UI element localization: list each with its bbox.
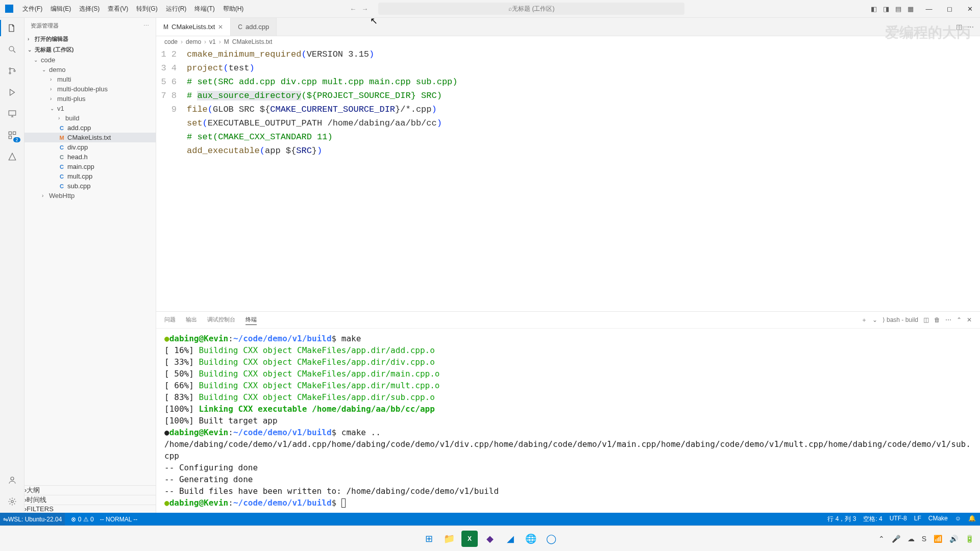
- tray-chevron-icon[interactable]: ⌃: [878, 535, 885, 543]
- nav-forward-icon[interactable]: →: [361, 5, 368, 13]
- activity-search-icon[interactable]: [6, 43, 18, 56]
- terminal-split-icon[interactable]: ◫: [923, 316, 929, 323]
- menu-view[interactable]: 查看(V): [104, 5, 132, 13]
- folder-multi-double-plus[interactable]: ›multi-double-plus: [24, 84, 156, 94]
- tray-mic-icon[interactable]: 🎤: [892, 535, 900, 543]
- window-minimize[interactable]: —: [919, 5, 939, 13]
- breadcrumb-item[interactable]: demo: [186, 38, 201, 45]
- activity-accounts-icon[interactable]: [6, 474, 18, 486]
- command-center[interactable]: ⌕ 无标题 (工作区): [378, 3, 684, 15]
- terminal-line: [ 66%]: [164, 381, 199, 390]
- activity-extensions-icon[interactable]: 2: [6, 129, 18, 141]
- folder-demo[interactable]: ⌄demo: [24, 65, 156, 74]
- window-close[interactable]: ✕: [960, 5, 980, 13]
- breadcrumb-item[interactable]: code: [164, 38, 178, 45]
- tray-volume-icon[interactable]: 🔊: [949, 535, 958, 543]
- status-remote[interactable]: ⇋ WSL: Ubuntu-22.04: [0, 513, 65, 525]
- folder-webhttp[interactable]: ›WebHttp: [24, 191, 156, 201]
- taskbar-explorer-icon[interactable]: 📁: [441, 531, 457, 547]
- file-main-cpp[interactable]: Cmain.cpp: [24, 162, 156, 171]
- editor-more-icon[interactable]: ⋯: [967, 23, 974, 31]
- status-language[interactable]: CMake: [928, 515, 948, 523]
- activity-remote-icon[interactable]: [6, 108, 18, 120]
- tray-app-icon[interactable]: S: [922, 535, 926, 543]
- layout-customize-icon[interactable]: ▦: [908, 5, 914, 13]
- taskbar-edge-icon[interactable]: ◯: [543, 531, 559, 547]
- layout-sidebar-left-icon[interactable]: ◧: [871, 5, 877, 13]
- file-head-h[interactable]: Chead.h: [24, 152, 156, 162]
- activity-source-control-icon[interactable]: [6, 65, 18, 77]
- terminal-more-icon[interactable]: ⋯: [945, 316, 951, 323]
- tab-cmakelists[interactable]: M CMakeLists.txt ✕: [156, 18, 231, 36]
- folder-code[interactable]: ⌄code: [24, 55, 156, 65]
- activity-settings-icon[interactable]: [6, 495, 18, 508]
- layout-sidebar-right-icon[interactable]: ▤: [895, 5, 901, 13]
- tray-onedrive-icon[interactable]: ☁: [908, 535, 915, 543]
- activity-cmake-icon[interactable]: [6, 151, 18, 163]
- explorer-more-icon[interactable]: ⋯: [143, 22, 150, 29]
- file-cmakelists[interactable]: MCMakeLists.txt: [24, 133, 156, 142]
- folder-multi[interactable]: ›multi: [24, 74, 156, 84]
- panel-tab-terminal[interactable]: 终端: [246, 315, 257, 325]
- tray-network-icon[interactable]: 📶: [934, 535, 942, 543]
- tab-add-cpp[interactable]: C add.cpp: [231, 18, 277, 36]
- timeline-section[interactable]: ›时间线: [24, 495, 156, 505]
- layout-panel-icon[interactable]: ◨: [883, 5, 889, 13]
- code-editor[interactable]: 1 2 3 4 5 6 7 8 9 cmake_minimum_required…: [156, 47, 980, 311]
- tab-close-icon[interactable]: ✕: [218, 23, 223, 31]
- folder-build[interactable]: ›build: [24, 113, 156, 123]
- open-editors-section[interactable]: ›打开的编辑器: [24, 34, 156, 44]
- folder-v1[interactable]: ⌄v1: [24, 104, 156, 113]
- status-feedback-icon[interactable]: ☺: [955, 515, 961, 523]
- editor-split-icon[interactable]: ◫: [956, 23, 962, 31]
- outline-section[interactable]: ›大纲: [24, 485, 156, 495]
- terminal-dropdown-icon[interactable]: ⌄: [872, 316, 877, 323]
- folder-multi-plus[interactable]: ›multi-plus: [24, 94, 156, 104]
- status-errors[interactable]: ⊗ 0 ⚠ 0: [71, 516, 93, 523]
- panel-close-icon[interactable]: ✕: [967, 316, 972, 323]
- taskbar-vscode-icon[interactable]: ◢: [502, 531, 519, 547]
- menu-terminal[interactable]: 终端(T): [190, 5, 218, 13]
- filters-section[interactable]: ›FILTERS: [24, 505, 156, 513]
- panel-tab-problems[interactable]: 问题: [164, 315, 176, 325]
- breadcrumb-item[interactable]: v1: [209, 38, 216, 45]
- panel-tab-output[interactable]: 输出: [186, 315, 197, 325]
- taskbar-excel-icon[interactable]: X: [461, 531, 478, 547]
- menu-run[interactable]: 运行(R): [162, 5, 191, 13]
- breadcrumb[interactable]: code› demo› v1› M CMakeLists.txt: [156, 36, 980, 47]
- file-div-cpp[interactable]: Cdiv.cpp: [24, 142, 156, 152]
- panel-tab-debug[interactable]: 调试控制台: [207, 315, 235, 325]
- status-eol[interactable]: LF: [914, 515, 921, 523]
- file-sub-cpp[interactable]: Csub.cpp: [24, 181, 156, 191]
- status-indent[interactable]: 空格: 4: [863, 515, 882, 523]
- nav-back-icon[interactable]: ←: [350, 5, 356, 13]
- open-editors-label: 打开的编辑器: [35, 35, 68, 43]
- timeline-label: 时间线: [27, 496, 46, 504]
- menu-select[interactable]: 选择(S): [75, 5, 104, 13]
- menu-edit[interactable]: 编辑(E): [46, 5, 75, 13]
- status-notifications-icon[interactable]: 🔔: [968, 515, 976, 523]
- status-cursor-pos[interactable]: 行 4，列 3: [827, 515, 856, 523]
- taskbar-chrome-icon[interactable]: 🌐: [523, 531, 539, 547]
- terminal-new-icon[interactable]: ＋: [861, 316, 867, 324]
- taskbar-start-icon[interactable]: ⊞: [421, 531, 437, 547]
- activity-explorer-icon[interactable]: [6, 22, 18, 34]
- taskbar-vs-icon[interactable]: ◆: [482, 531, 498, 547]
- menu-help[interactable]: 帮助(H): [219, 5, 248, 13]
- tray-battery-icon[interactable]: 🔋: [965, 535, 974, 543]
- cpp-file-icon: C: [58, 164, 65, 170]
- file-mult-cpp[interactable]: Cmult.cpp: [24, 171, 156, 181]
- workspace-section[interactable]: ⌄无标题 (工作区): [24, 44, 156, 55]
- panel-maximize-icon[interactable]: ⌃: [957, 316, 962, 323]
- window-maximize[interactable]: ◻: [939, 5, 960, 13]
- terminal-kill-icon[interactable]: 🗑: [934, 316, 940, 323]
- code-content[interactable]: cmake_minimum_required(VERSION 3.15) pro…: [187, 47, 980, 311]
- activity-run-debug-icon[interactable]: [6, 86, 18, 98]
- menu-goto[interactable]: 转到(G): [132, 5, 161, 13]
- status-encoding[interactable]: UTF-8: [890, 515, 907, 523]
- menu-file[interactable]: 文件(F): [18, 5, 46, 13]
- cpp-file-icon: C: [58, 125, 65, 131]
- file-add-cpp[interactable]: Cadd.cpp: [24, 123, 156, 133]
- breadcrumb-item[interactable]: CMakeLists.txt: [232, 38, 273, 45]
- terminal-content[interactable]: ●dabing@Kevin:~/code/demo/v1/build$ make…: [156, 329, 980, 513]
